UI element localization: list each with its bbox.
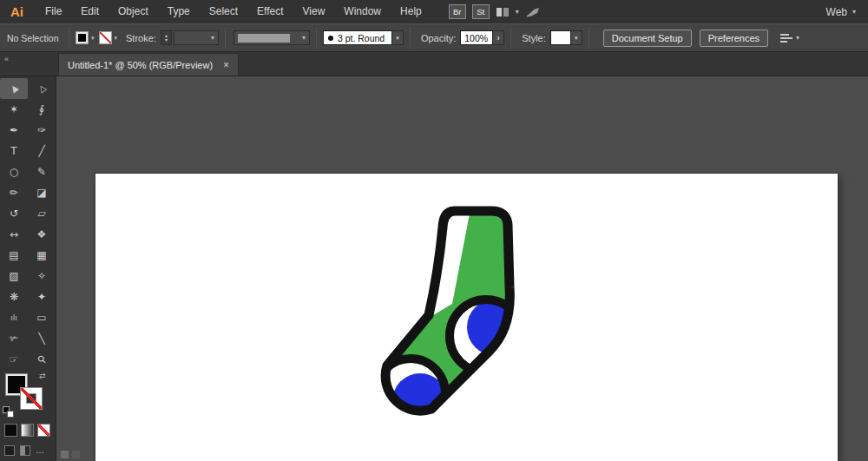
draw-mode-icon[interactable] [4, 445, 15, 456]
shaper-tool[interactable]: ◪ [28, 182, 56, 203]
symbol-sprayer-tool[interactable]: ✦ [28, 286, 56, 307]
divider [589, 28, 589, 49]
ellipse-tool[interactable]: ○ [0, 161, 28, 182]
variable-width-chevron[interactable]: ▾ [392, 30, 404, 45]
selection-tool[interactable]: ▶ [0, 78, 28, 99]
zoom-tool[interactable]: ⚲ [28, 349, 56, 370]
divider [510, 28, 511, 49]
default-fill-stroke-icon[interactable] [3, 406, 16, 418]
blend-icon: ❋ [10, 291, 18, 303]
paintbrush-icon: ✎ [37, 166, 46, 178]
knife-tool[interactable]: ╲ [28, 328, 56, 349]
fill-color-swatch[interactable] [76, 31, 89, 44]
paintbrush-tool[interactable]: ✎ [28, 161, 56, 182]
type-tool[interactable]: T [0, 141, 28, 161]
stroke-weight-stepper[interactable]: ▴ ▾ [161, 30, 172, 45]
menu-edit[interactable]: Edit [71, 0, 108, 23]
menu-effect[interactable]: Effect [247, 0, 293, 23]
chevron-down-icon[interactable]: ▾ [91, 35, 95, 42]
style-label: Style: [522, 33, 546, 43]
rotate-tool[interactable]: ↺ [0, 203, 28, 224]
magic-wand-tool[interactable]: ✶ [0, 99, 28, 120]
brush-definition-dropdown[interactable]: ▾ [233, 30, 310, 45]
slice-tool[interactable]: ✃ [0, 328, 28, 349]
menu-view[interactable]: View [293, 0, 335, 23]
menu-help[interactable]: Help [391, 0, 431, 23]
screen-mode-icon[interactable] [20, 445, 30, 456]
free-transform-tool[interactable]: ❖ [28, 224, 56, 245]
style-chevron[interactable]: ▾ [571, 30, 582, 45]
paint-mode-row [4, 424, 50, 437]
artboard-icon: ▭ [36, 312, 46, 324]
brush-preview [238, 34, 290, 43]
menu-type[interactable]: Type [158, 0, 200, 23]
gpu-performance-icon[interactable] [525, 6, 541, 18]
menu-select[interactable]: Select [200, 0, 247, 23]
chevron-down-icon[interactable]: ▾ [516, 8, 519, 16]
opacity-options-chevron[interactable]: › [493, 30, 504, 45]
blend-tool[interactable]: ❋ [0, 286, 28, 307]
opacity-input[interactable] [460, 30, 493, 45]
pencil-icon: ✏ [10, 187, 18, 199]
stroke-weight-dropdown[interactable]: ▾ [174, 30, 219, 45]
artboard-tool[interactable]: ▭ [28, 307, 56, 328]
stroke-indicator[interactable] [20, 387, 43, 410]
type-icon: T [10, 145, 16, 157]
eyedropper-icon: ✧ [37, 270, 46, 282]
eyedropper-tool[interactable]: ✧ [28, 266, 56, 286]
menu-file[interactable]: File [36, 0, 71, 23]
free-transform-icon: ❖ [37, 228, 47, 240]
graphic-styles-panel-button[interactable]: St [472, 4, 490, 19]
document-setup-button[interactable]: Document Setup [603, 30, 692, 47]
mesh-tool[interactable]: ▦ [28, 245, 56, 266]
lasso-tool[interactable]: ∮ [28, 99, 56, 120]
selection-icon: ▶ [8, 83, 19, 95]
canvas[interactable] [56, 76, 868, 461]
variable-width-profile-box[interactable]: 3 pt. Round [323, 30, 392, 45]
none-mode-button[interactable] [37, 424, 50, 437]
canvas-status-icons[interactable] [61, 451, 80, 458]
menu-window[interactable]: Window [334, 0, 391, 23]
perspective-grid-tool[interactable]: ▤ [0, 245, 28, 266]
tab-close-icon[interactable]: × [223, 59, 229, 71]
column-graph-tool[interactable]: ılı [0, 307, 28, 328]
gradient-mode-button[interactable] [21, 424, 34, 437]
tools-grid: ▶▷✶∮✒✑T╱○✎✏◪↺▱↔❖▤▦▨✧❋✦ılı▭✃╲☞⚲ [0, 76, 56, 370]
stepper-down-icon[interactable]: ▾ [165, 38, 168, 43]
menu-items: FileEditObjectTypeSelectEffectViewWindow… [36, 0, 431, 23]
artboard[interactable] [95, 174, 838, 461]
swap-fill-stroke-icon[interactable]: ⇄ [39, 372, 46, 380]
more-options-icon[interactable]: … [36, 445, 44, 456]
gradient-tool[interactable]: ▨ [0, 266, 28, 286]
brushes-panel-button[interactable]: Br [449, 4, 466, 19]
stroke-color-swatch[interactable] [99, 31, 112, 44]
document-tab[interactable]: Untitled-1* @ 50% (RGB/Preview) × [58, 53, 239, 76]
chevron-down-icon: ▾ [796, 34, 799, 42]
opacity-label: Opacity: [421, 33, 456, 43]
style-dropdown[interactable] [550, 30, 571, 45]
line-segment-tool[interactable]: ╱ [28, 141, 56, 161]
stroke-label: Stroke: [126, 33, 156, 43]
width-tool[interactable]: ↔ [0, 224, 28, 245]
selection-status: No Selection [7, 33, 62, 43]
workspace-switcher[interactable]: Web ▾ [826, 6, 859, 18]
align-options-icon[interactable]: ▾ [780, 33, 799, 43]
pencil-tool[interactable]: ✏ [0, 182, 28, 203]
control-bar: No Selection ▾ ▾ Stroke: ▴ ▾ ▾ ▾ 3 pt. R… [0, 23, 868, 52]
arrange-documents-icon[interactable] [496, 7, 510, 17]
pen-tool[interactable]: ✒ [0, 120, 28, 141]
menu-object[interactable]: Object [108, 0, 158, 23]
color-mode-button[interactable] [4, 424, 17, 437]
curvature-tool[interactable]: ✑ [28, 120, 56, 141]
divider [225, 28, 226, 49]
lasso-icon: ∮ [39, 103, 44, 115]
app-logo[interactable]: Ai [5, 4, 29, 19]
chevron-down-icon[interactable]: ▾ [115, 35, 118, 42]
preferences-button[interactable]: Preferences [700, 30, 768, 47]
scale-tool[interactable]: ▱ [28, 203, 56, 224]
collapse-panels-icon[interactable]: « [4, 55, 9, 63]
knife-icon: ╲ [38, 333, 44, 345]
hand-tool[interactable]: ☞ [0, 349, 28, 370]
app-bar-tools: Br St ▾ [449, 4, 541, 19]
direct-selection-tool[interactable]: ▷ [28, 78, 56, 99]
